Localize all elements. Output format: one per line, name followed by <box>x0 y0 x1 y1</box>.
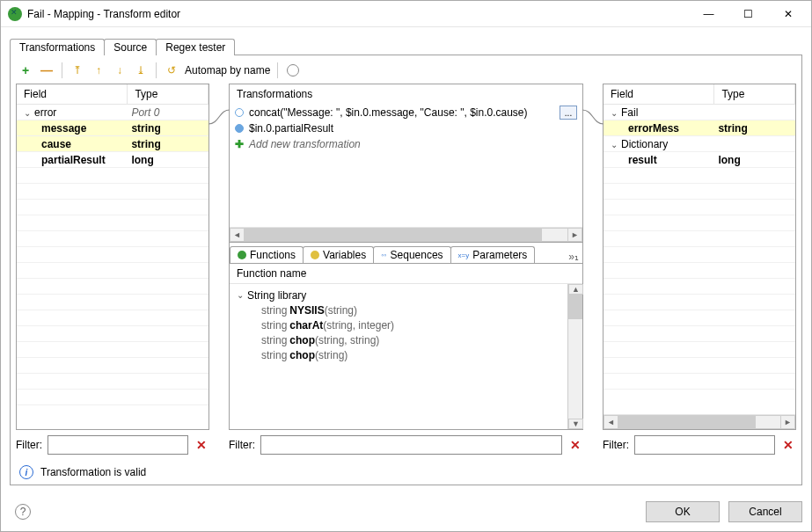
filter-label: Filter: <box>603 439 629 451</box>
automap-label[interactable]: Automap by name <box>185 64 270 77</box>
window: Fail - Mapping - Transform editor — ☐ ✕ … <box>0 0 812 532</box>
window-title: Fail - Mapping - Transform editor <box>27 8 689 20</box>
bullet-icon <box>235 124 244 133</box>
col-field[interactable]: Field <box>17 84 128 104</box>
input-fields-panel: Field Type ⌄error Port 0 messagestring c… <box>16 84 209 430</box>
h-scrollbar[interactable]: ◄ ► <box>230 227 582 242</box>
separator <box>156 62 157 78</box>
function-row: stringcharAt(string, integer) <box>237 317 560 332</box>
h-scrollbar[interactable]: ◄ ► <box>604 414 795 429</box>
bullet-icon <box>235 108 244 117</box>
expander-icon[interactable]: ⌄ <box>237 290 244 300</box>
tree-row: resultlong <box>604 152 795 168</box>
col-type[interactable]: Type <box>714 84 795 104</box>
tab-panel: + — ⤒ ↑ ↓ ⤓ ↺ Automap by name Field <box>10 55 802 485</box>
maximize-button[interactable]: ☐ <box>728 1 768 26</box>
tree-row: partialResultlong <box>17 152 208 168</box>
clear-filter-icon[interactable]: ✕ <box>567 438 583 452</box>
filter-input-right[interactable] <box>634 435 775 455</box>
move-top-icon[interactable]: ⤒ <box>69 62 85 78</box>
separator <box>277 62 278 78</box>
move-up-icon[interactable]: ↑ <box>91 62 106 78</box>
clear-filter-icon[interactable]: ✕ <box>780 438 796 452</box>
expander-icon[interactable]: ⌄ <box>611 108 618 118</box>
tree-root: ⌄Fail <box>604 105 795 120</box>
tab-functions[interactable]: Functions <box>230 246 304 263</box>
move-down-icon[interactable]: ↓ <box>112 62 128 78</box>
tree-root: ⌄error Port 0 <box>17 105 208 120</box>
tabstrip: Transformations Source Regex tester <box>10 36 802 55</box>
add-icon: ✚ <box>235 138 244 150</box>
function-row: stringNYSIIS(string) <box>237 302 560 317</box>
add-icon[interactable]: + <box>18 62 33 78</box>
tree-root: ⌄Dictionary <box>604 136 795 152</box>
tab-parameters[interactable]: x=yParameters <box>450 246 536 263</box>
scroll-right-icon: ► <box>567 228 582 242</box>
col-field[interactable]: Field <box>604 84 714 104</box>
ok-button[interactable]: OK <box>646 501 720 522</box>
automap-icon[interactable]: ↺ <box>164 62 179 78</box>
tab-variables[interactable]: Variables <box>303 246 374 263</box>
transformation-item[interactable]: $in.0.partialResult <box>230 120 582 136</box>
close-button[interactable]: ✕ <box>768 1 808 26</box>
input-tree[interactable]: ⌄error Port 0 messagestring causestring … <box>17 105 208 429</box>
scroll-right-icon: ► <box>780 415 795 429</box>
tab-transformations[interactable]: Transformations <box>10 39 105 55</box>
scroll-left-icon: ◄ <box>230 228 245 242</box>
filter-label: Filter: <box>16 439 42 451</box>
transformations-header: Transformations <box>230 84 582 105</box>
transformation-list[interactable]: concat("Message: ", $in.0.message, "Caus… <box>230 105 582 227</box>
expander-icon[interactable]: ⌄ <box>24 108 31 118</box>
tree-row: causestring <box>17 136 208 152</box>
v-scrollbar[interactable]: ▲ ▼ <box>567 284 582 429</box>
function-list[interactable]: ⌄String library stringNYSIIS(string) str… <box>230 284 567 429</box>
info-icon: i <box>19 465 33 479</box>
move-bottom-icon[interactable]: ⤓ <box>133 62 149 78</box>
scroll-left-icon: ◄ <box>604 415 618 429</box>
titlebar: Fail - Mapping - Transform editor — ☐ ✕ <box>1 1 811 27</box>
help-icon[interactable]: ? <box>15 504 31 520</box>
toolbar: + — ⤒ ↑ ↓ ⤓ ↺ Automap by name <box>16 61 796 84</box>
transformation-item[interactable]: concat("Message: ", $in.0.message, "Caus… <box>230 105 582 120</box>
filter-label: Filter: <box>229 439 255 451</box>
subtabs: Functions Variables ◦◦Sequences x=yParam… <box>230 243 582 264</box>
tab-source[interactable]: Source <box>104 39 157 55</box>
edit-expression-button[interactable]: ... <box>560 106 577 120</box>
output-tree[interactable]: ⌄Fail errorMessstring ⌄Dictionary result… <box>604 105 795 414</box>
col-type[interactable]: Type <box>128 84 208 104</box>
status-bar: i Transformation is valid <box>16 455 796 479</box>
status-text: Transformation is valid <box>40 466 146 478</box>
filter-input-left[interactable] <box>48 435 188 455</box>
tab-sequences[interactable]: ◦◦Sequences <box>373 246 450 263</box>
tab-regex-tester[interactable]: Regex tester <box>156 39 235 55</box>
expander-icon[interactable]: ⌄ <box>611 140 618 149</box>
output-fields-panel: Field Type ⌄Fail errorMessstring ⌄Dictio… <box>603 84 796 430</box>
function-row: stringchop(string) <box>237 347 560 362</box>
separator <box>62 62 62 78</box>
scroll-down-icon: ▼ <box>568 419 583 429</box>
function-header: Function name <box>230 264 582 284</box>
function-row: stringchop(string, string) <box>237 332 560 347</box>
wire-left <box>209 84 229 455</box>
remove-icon[interactable]: — <box>39 62 55 78</box>
add-transformation[interactable]: ✚ Add new transformation <box>230 136 582 152</box>
clear-filter-icon[interactable]: ✕ <box>194 438 209 452</box>
scroll-up-icon: ▲ <box>568 284 583 295</box>
app-icon <box>8 7 22 21</box>
settings-icon[interactable] <box>285 62 301 78</box>
cancel-button[interactable]: Cancel <box>728 501 802 522</box>
tree-row: messagestring <box>17 120 208 136</box>
wire-right <box>583 84 603 455</box>
transformations-panel: Transformations concat("Message: ", $in.… <box>229 84 583 430</box>
tree-row: errorMessstring <box>604 120 795 136</box>
more-tabs-icon[interactable]: »₁ <box>565 251 582 263</box>
filter-input-mid[interactable] <box>260 435 562 455</box>
minimize-button[interactable]: — <box>689 1 728 26</box>
